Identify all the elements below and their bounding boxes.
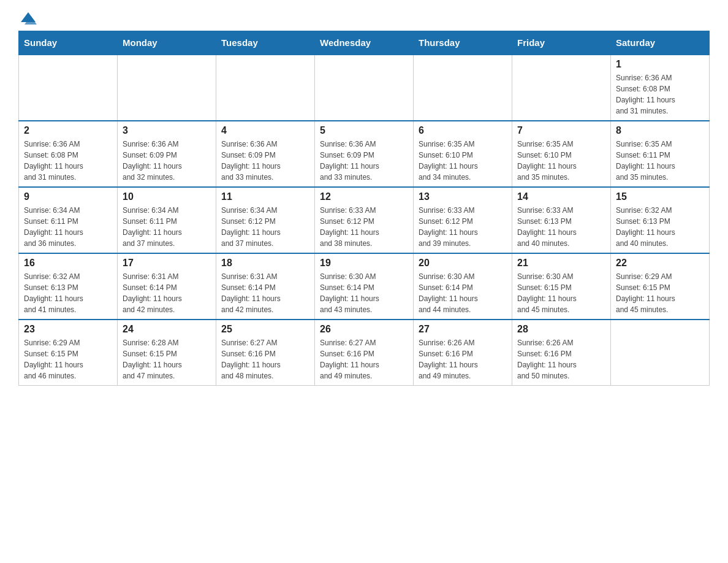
day-number: 8 — [616, 125, 704, 136]
calendar-cell: 16Sunrise: 6:32 AM Sunset: 6:13 PM Dayli… — [19, 253, 118, 320]
day-number: 24 — [123, 324, 211, 335]
calendar-cell: 18Sunrise: 6:31 AM Sunset: 6:14 PM Dayli… — [216, 253, 315, 320]
day-info: Sunrise: 6:33 AM Sunset: 6:12 PM Dayligh… — [419, 205, 507, 249]
calendar-cell: 10Sunrise: 6:34 AM Sunset: 6:11 PM Dayli… — [118, 187, 216, 253]
day-info: Sunrise: 6:33 AM Sunset: 6:12 PM Dayligh… — [320, 205, 408, 249]
col-friday: Friday — [512, 31, 611, 55]
calendar-cell: 3Sunrise: 6:36 AM Sunset: 6:09 PM Daylig… — [118, 121, 216, 187]
day-info: Sunrise: 6:36 AM Sunset: 6:09 PM Dayligh… — [221, 139, 309, 183]
day-info: Sunrise: 6:35 AM Sunset: 6:10 PM Dayligh… — [419, 139, 507, 183]
day-number: 11 — [221, 191, 309, 202]
calendar-cell: 5Sunrise: 6:36 AM Sunset: 6:09 PM Daylig… — [315, 121, 414, 187]
day-number: 5 — [320, 125, 408, 136]
calendar-cell: 24Sunrise: 6:28 AM Sunset: 6:15 PM Dayli… — [118, 320, 216, 386]
day-info: Sunrise: 6:31 AM Sunset: 6:14 PM Dayligh… — [221, 271, 309, 315]
day-info: Sunrise: 6:30 AM Sunset: 6:14 PM Dayligh… — [320, 271, 408, 315]
day-number: 4 — [221, 125, 309, 136]
calendar-cell — [118, 55, 216, 121]
calendar-cell: 25Sunrise: 6:27 AM Sunset: 6:16 PM Dayli… — [216, 320, 315, 386]
day-info: Sunrise: 6:27 AM Sunset: 6:16 PM Dayligh… — [221, 337, 309, 381]
calendar-cell: 8Sunrise: 6:35 AM Sunset: 6:11 PM Daylig… — [611, 121, 710, 187]
day-number: 18 — [221, 258, 309, 269]
day-number: 6 — [419, 125, 507, 136]
day-number: 15 — [616, 191, 704, 202]
day-info: Sunrise: 6:30 AM Sunset: 6:15 PM Dayligh… — [517, 271, 605, 315]
calendar-cell: 20Sunrise: 6:30 AM Sunset: 6:14 PM Dayli… — [414, 253, 512, 320]
calendar-cell: 19Sunrise: 6:30 AM Sunset: 6:14 PM Dayli… — [315, 253, 414, 320]
day-info: Sunrise: 6:30 AM Sunset: 6:14 PM Dayligh… — [419, 271, 507, 315]
day-number: 14 — [517, 191, 605, 202]
day-info: Sunrise: 6:34 AM Sunset: 6:11 PM Dayligh… — [24, 205, 112, 249]
calendar-table: Sunday Monday Tuesday Wednesday Thursday… — [18, 31, 710, 386]
calendar-cell: 22Sunrise: 6:29 AM Sunset: 6:15 PM Dayli… — [611, 253, 710, 320]
calendar-cell — [512, 55, 611, 121]
day-info: Sunrise: 6:29 AM Sunset: 6:15 PM Dayligh… — [616, 271, 704, 315]
day-number: 25 — [221, 324, 309, 335]
day-info: Sunrise: 6:33 AM Sunset: 6:13 PM Dayligh… — [517, 205, 605, 249]
day-info: Sunrise: 6:32 AM Sunset: 6:13 PM Dayligh… — [24, 271, 112, 315]
day-number: 2 — [24, 125, 112, 136]
day-number: 26 — [320, 324, 408, 335]
calendar-cell — [19, 55, 118, 121]
day-info: Sunrise: 6:36 AM Sunset: 6:09 PM Dayligh… — [320, 139, 408, 183]
calendar-cell — [315, 55, 414, 121]
calendar-week-row: 1Sunrise: 6:36 AM Sunset: 6:08 PM Daylig… — [19, 55, 710, 121]
day-number: 12 — [320, 191, 408, 202]
calendar-cell: 11Sunrise: 6:34 AM Sunset: 6:12 PM Dayli… — [216, 187, 315, 253]
calendar-cell: 12Sunrise: 6:33 AM Sunset: 6:12 PM Dayli… — [315, 187, 414, 253]
calendar-cell: 28Sunrise: 6:26 AM Sunset: 6:16 PM Dayli… — [512, 320, 611, 386]
calendar-week-row: 2Sunrise: 6:36 AM Sunset: 6:08 PM Daylig… — [19, 121, 710, 187]
calendar-cell: 26Sunrise: 6:27 AM Sunset: 6:16 PM Dayli… — [315, 320, 414, 386]
calendar-cell: 13Sunrise: 6:33 AM Sunset: 6:12 PM Dayli… — [414, 187, 512, 253]
calendar-header-row: Sunday Monday Tuesday Wednesday Thursday… — [19, 31, 710, 55]
calendar-cell: 4Sunrise: 6:36 AM Sunset: 6:09 PM Daylig… — [216, 121, 315, 187]
calendar-cell: 1Sunrise: 6:36 AM Sunset: 6:08 PM Daylig… — [611, 55, 710, 121]
calendar-cell: 6Sunrise: 6:35 AM Sunset: 6:10 PM Daylig… — [414, 121, 512, 187]
day-info: Sunrise: 6:27 AM Sunset: 6:16 PM Dayligh… — [320, 337, 408, 381]
calendar-week-row: 23Sunrise: 6:29 AM Sunset: 6:15 PM Dayli… — [19, 320, 710, 386]
calendar-cell: 17Sunrise: 6:31 AM Sunset: 6:14 PM Dayli… — [118, 253, 216, 320]
day-info: Sunrise: 6:34 AM Sunset: 6:12 PM Dayligh… — [221, 205, 309, 249]
day-number: 20 — [419, 258, 507, 269]
day-info: Sunrise: 6:36 AM Sunset: 6:08 PM Dayligh… — [616, 72, 704, 117]
col-thursday: Thursday — [414, 31, 512, 55]
day-number: 27 — [419, 324, 507, 335]
col-sunday: Sunday — [19, 31, 118, 55]
day-number: 23 — [24, 324, 112, 335]
col-monday: Monday — [118, 31, 216, 55]
day-number: 13 — [419, 191, 507, 202]
calendar-week-row: 9Sunrise: 6:34 AM Sunset: 6:11 PM Daylig… — [19, 187, 710, 253]
calendar-cell: 27Sunrise: 6:26 AM Sunset: 6:16 PM Dayli… — [414, 320, 512, 386]
calendar-cell: 14Sunrise: 6:33 AM Sunset: 6:13 PM Dayli… — [512, 187, 611, 253]
day-number: 28 — [517, 324, 605, 335]
calendar-cell — [216, 55, 315, 121]
day-info: Sunrise: 6:26 AM Sunset: 6:16 PM Dayligh… — [419, 337, 507, 381]
day-number: 19 — [320, 258, 408, 269]
calendar-cell: 2Sunrise: 6:36 AM Sunset: 6:08 PM Daylig… — [19, 121, 118, 187]
col-saturday: Saturday — [611, 31, 710, 55]
day-number: 7 — [517, 125, 605, 136]
calendar-cell: 21Sunrise: 6:30 AM Sunset: 6:15 PM Dayli… — [512, 253, 611, 320]
day-number: 9 — [24, 191, 112, 202]
day-info: Sunrise: 6:26 AM Sunset: 6:16 PM Dayligh… — [517, 337, 605, 381]
day-number: 10 — [123, 191, 211, 202]
calendar-cell: 15Sunrise: 6:32 AM Sunset: 6:13 PM Dayli… — [611, 187, 710, 253]
col-tuesday: Tuesday — [216, 31, 315, 55]
day-info: Sunrise: 6:34 AM Sunset: 6:11 PM Dayligh… — [123, 205, 211, 249]
col-wednesday: Wednesday — [315, 31, 414, 55]
page-header — [18, 12, 710, 25]
day-number: 17 — [123, 258, 211, 269]
day-info: Sunrise: 6:29 AM Sunset: 6:15 PM Dayligh… — [24, 337, 112, 381]
day-info: Sunrise: 6:36 AM Sunset: 6:09 PM Dayligh… — [123, 139, 211, 183]
day-info: Sunrise: 6:32 AM Sunset: 6:13 PM Dayligh… — [616, 205, 704, 249]
day-number: 21 — [517, 258, 605, 269]
day-info: Sunrise: 6:31 AM Sunset: 6:14 PM Dayligh… — [123, 271, 211, 315]
logo — [18, 12, 37, 25]
day-number: 22 — [616, 258, 704, 269]
calendar-cell: 23Sunrise: 6:29 AM Sunset: 6:15 PM Dayli… — [19, 320, 118, 386]
calendar-cell: 9Sunrise: 6:34 AM Sunset: 6:11 PM Daylig… — [19, 187, 118, 253]
day-info: Sunrise: 6:35 AM Sunset: 6:10 PM Dayligh… — [517, 139, 605, 183]
day-info: Sunrise: 6:35 AM Sunset: 6:11 PM Dayligh… — [616, 139, 704, 183]
calendar-cell — [414, 55, 512, 121]
logo-icon — [20, 10, 37, 27]
